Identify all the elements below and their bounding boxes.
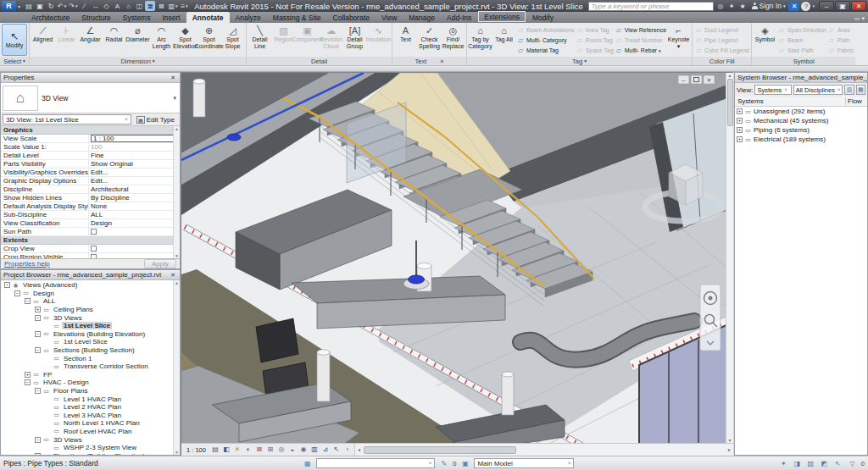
tree-item-fp[interactable]: +▭FP <box>1 371 180 379</box>
tree-item-elevations-building-elevation[interactable]: −▭Elevations (Building Elevation) <box>1 330 180 339</box>
expand-icon[interactable]: + <box>737 118 743 124</box>
panel-caption-text[interactable]: Text» <box>392 57 466 65</box>
filter-icon[interactable]: ▽ <box>847 458 858 468</box>
column-round-top-left[interactable] <box>193 79 205 117</box>
pin-toggle-icon[interactable]: ◩ <box>819 458 830 468</box>
exchange-apps-button[interactable]: ✕ <box>788 2 799 11</box>
system-row-piping-6-systems[interactable]: +▭Piping (6 systems) <box>735 125 867 135</box>
collapse-icon[interactable]: − <box>35 347 41 353</box>
default-analysis-display-style-value[interactable]: None <box>89 202 180 210</box>
temporary-hide-isolate-icon[interactable]: ◒ <box>287 445 298 455</box>
communication-center-icon[interactable]: ✦ <box>726 1 737 11</box>
collapse-icon[interactable]: − <box>25 379 31 385</box>
horizontal-scroll-thumb[interactable] <box>364 446 516 454</box>
press-drag-icon[interactable]: ▧ <box>805 458 816 468</box>
system-row-electrical-189-systems[interactable]: +▭Electrical (189 systems) <box>735 135 867 144</box>
tree-item-level-1-hvac-plan[interactable]: ▭Level 1 HVAC Plan <box>1 395 180 403</box>
tag-by-category-button[interactable]: ⌂Tag by Category <box>469 24 492 56</box>
tree-item-roof-level-hvac-plan[interactable]: ▭Roof Level HVAC Plan <box>1 428 180 436</box>
column-round-lower[interactable] <box>502 372 514 415</box>
navigation-bar[interactable] <box>700 285 721 351</box>
panel-caption-symbol[interactable]: Symbol <box>752 57 855 65</box>
tag-by-category-icon[interactable]: ◇ <box>101 1 111 11</box>
tab-systems[interactable]: Systems <box>117 12 157 23</box>
switch-windows-icon[interactable]: ▥▾ <box>167 1 178 11</box>
spot-slope-button[interactable]: ◿Spot Slope <box>221 24 244 56</box>
collapse-icon[interactable]: − <box>4 282 10 288</box>
project-browser-scrollbar[interactable]: ▲▼ <box>173 280 180 455</box>
system-browser-header[interactable]: System Browser - rme_advanced_sample_pro… <box>735 73 867 83</box>
application-menu-button[interactable]: R <box>2 1 16 11</box>
tree-item-design[interactable]: −▭Design <box>1 290 180 298</box>
sign-in-button[interactable]: Sign In▾ <box>750 2 787 10</box>
thin-lines-icon[interactable]: ≣ <box>145 1 155 11</box>
expand-icon[interactable]: + <box>35 307 41 312</box>
tree-item-1st-level-slice[interactable]: ▭1st Level Slice <box>1 338 180 346</box>
undo-icon[interactable]: ↶▾ <box>57 1 67 11</box>
search-icon[interactable]: ◎ <box>715 1 726 11</box>
scroll-down-icon[interactable]: ▼ <box>175 253 179 258</box>
detail-level-icon[interactable]: ▤ <box>210 445 220 455</box>
material-tag-button[interactable]: ▱Material Tag <box>516 46 575 55</box>
detail-line-button[interactable]: ╲Detail Line <box>248 24 271 56</box>
collapse-icon[interactable]: − <box>35 315 41 321</box>
show-crop-region-icon[interactable]: ⊞ <box>265 445 275 455</box>
unlocked-3d-view-icon[interactable]: ◎ <box>276 445 287 455</box>
scroll-up-icon[interactable]: ▲ <box>175 280 179 285</box>
type-selector-caret-icon[interactable]: ▾ <box>170 95 180 102</box>
close-hidden-windows-icon[interactable]: ⊠ <box>156 1 166 11</box>
duct-horizontal-mid[interactable] <box>292 276 505 329</box>
crop-region-visible-checkbox[interactable] <box>91 254 97 258</box>
crop-view-checkbox[interactable] <box>91 246 97 252</box>
discipline-value[interactable]: Architectural <box>89 185 180 193</box>
section-header-extents[interactable]: Extents✳ <box>1 236 180 245</box>
panel-caption-detail[interactable]: Detail <box>247 57 392 65</box>
collapse-icon[interactable]: − <box>35 331 41 337</box>
spot-elevation-button[interactable]: ◆Spot Elevation <box>174 24 197 56</box>
vertical-scroll-thumb[interactable] <box>727 79 733 126</box>
favorites-icon[interactable]: ★ <box>737 1 748 11</box>
tree-item-floor-plans[interactable]: −▭Floor Plans <box>1 387 180 395</box>
crop-view-value[interactable] <box>89 245 180 252</box>
collapse-icon[interactable]: − <box>14 290 20 296</box>
close-button[interactable]: ✕ <box>851 1 866 11</box>
expand-icon[interactable]: + <box>737 127 743 133</box>
reveal-hidden-elements-icon[interactable]: ◉ <box>298 445 309 455</box>
panel-caption-dimension[interactable]: Dimension▾ <box>30 57 246 65</box>
tree-item-1st-level-slice[interactable]: ▭1st Level Slice <box>1 322 180 330</box>
scroll-up-icon[interactable]: ▲ <box>175 126 179 131</box>
minimize-button[interactable]: – <box>819 1 834 11</box>
type-selector[interactable]: ⌂ 3D View ▾ <box>1 83 180 113</box>
worksets-icon[interactable]: ▦ <box>302 458 313 468</box>
visual-style-icon[interactable]: ◧ <box>221 445 231 455</box>
section-header-graphics[interactable]: Graphics✳ <box>1 126 180 135</box>
properties-scrollbar[interactable]: ▲▼ <box>173 126 180 258</box>
tab-annotate[interactable]: Annotate <box>186 12 230 23</box>
properties-help-link[interactable]: Properties help <box>4 260 50 268</box>
apply-button[interactable]: Apply <box>144 259 176 268</box>
active-workset-dropdown[interactable]: ˅ <box>316 458 435 468</box>
view-reference-button[interactable]: ▱View Reference <box>615 25 666 35</box>
arc-length-button[interactable]: ◠Arc Length <box>150 24 173 56</box>
text-button[interactable]: AText <box>394 24 417 56</box>
hide-analytical-model-icon[interactable]: ⊿ <box>320 445 331 455</box>
scroll-up-icon[interactable]: ▲ <box>728 73 732 78</box>
help-search-input[interactable]: Type a keyword or phrase <box>588 2 714 11</box>
tree-item-elevations-building-elevation[interactable]: +▭Elevations (Building Elevation) <box>1 451 180 455</box>
tab-architecture[interactable]: Architecture <box>25 12 75 23</box>
tab-modify[interactable]: Modify <box>526 12 559 23</box>
find-replace-button[interactable]: ◎Find/ Replace <box>442 24 465 56</box>
tab-extensions[interactable]: Extensions <box>478 11 526 22</box>
tab-structure[interactable]: Structure <box>75 12 117 23</box>
tree-item-sections-building-section[interactable]: −▭Sections (Building Section) <box>1 346 180 355</box>
collapse-icon[interactable]: − <box>25 298 31 304</box>
help-caret-icon[interactable]: ▾ <box>812 3 815 8</box>
aligned-button[interactable]: ⟋Aligned <box>31 24 54 56</box>
section-icon[interactable]: ◫ <box>134 1 144 11</box>
check-spelling-button[interactable]: ✓Check Spelling <box>418 24 441 56</box>
shadows-icon[interactable]: ◐ <box>243 445 253 455</box>
sync-with-central-icon[interactable]: ↻ <box>46 1 56 11</box>
collapse-icon[interactable]: − <box>35 388 41 394</box>
spot-coordinate-button[interactable]: ⊕Spot Coordinate <box>198 24 220 56</box>
systems-dropdown[interactable]: Systems˅ <box>754 85 791 95</box>
